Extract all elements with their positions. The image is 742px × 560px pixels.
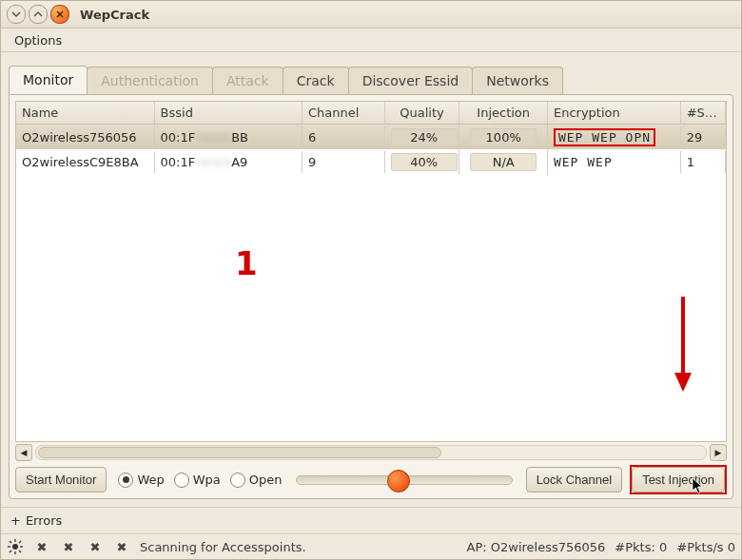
status-x-icon[interactable]: ✖ — [33, 538, 50, 555]
cell-stat: 1 — [681, 151, 726, 173]
scroll-left-button[interactable]: ◀ — [15, 444, 32, 461]
tab-monitor[interactable]: Monitor — [9, 66, 88, 94]
close-button[interactable] — [50, 5, 69, 24]
errors-label: Errors — [26, 513, 62, 528]
tab-networks[interactable]: Networks — [472, 67, 563, 94]
svg-point-2 — [12, 544, 18, 550]
status-scanning-text: Scanning for Accesspoints. — [140, 540, 306, 554]
slider-thumb[interactable] — [387, 470, 410, 492]
status-pkts-per-sec: #Pkts/s 0 — [676, 540, 735, 554]
cell-name: O2wireless756056 — [16, 126, 155, 148]
cell-bssid: 00:1F··:··:··:BB — [155, 126, 303, 148]
svg-line-8 — [19, 550, 21, 552]
radio-wpa[interactable]: Wpa — [174, 473, 221, 488]
titlebar: WepCrack — [1, 1, 741, 29]
cell-stat: 29 — [681, 126, 726, 148]
app-window: WepCrack Options Monitor Authentication … — [0, 0, 742, 560]
test-injection-button[interactable]: Test Injection — [632, 467, 725, 492]
start-monitor-button[interactable]: Start Monitor — [15, 467, 107, 492]
cell-channel: 9 — [303, 151, 385, 173]
cell-injection: N/A — [459, 149, 548, 175]
window-title: WepCrack — [80, 8, 149, 22]
channel-slider[interactable] — [296, 475, 513, 485]
col-header-quality[interactable]: Quality — [385, 102, 460, 124]
col-header-stat[interactable]: #Stat — [681, 102, 726, 124]
col-header-encryption[interactable]: Encryption — [548, 102, 681, 124]
col-header-bssid[interactable]: Bssid — [155, 102, 303, 124]
encryption-filter-radio-group: Wep Wpa Open — [118, 473, 282, 488]
statusbar: ✖ ✖ ✖ ✖ Scanning for Accesspoints. AP: O… — [1, 533, 741, 559]
table-row[interactable]: O2wirelessC9E8BA 00:1F··:··:··:A9 9 40% … — [16, 149, 726, 174]
status-ap: AP: O2wireless756056 — [466, 540, 605, 554]
tabbar: Monitor Authentication Attack Crack Disc… — [1, 52, 741, 94]
close-icon — [55, 10, 65, 19]
tab-crack[interactable]: Crack — [283, 67, 349, 94]
cell-encryption: WEP WEP OPN — [548, 126, 681, 148]
activity-icon[interactable] — [7, 538, 24, 555]
annotation-highlight-test-injection: Test Injection — [630, 465, 727, 494]
tab-discover-essid[interactable]: Discover Essid — [348, 67, 474, 94]
minimize-button[interactable] — [7, 5, 26, 24]
table-header: Name Bssid Channel Quality Injection Enc… — [16, 102, 726, 125]
cell-quality: 24% — [385, 125, 460, 150]
horizontal-scrollbar[interactable]: ◀ ▶ — [15, 444, 727, 461]
tab-content-monitor: Name Bssid Channel Quality Injection Enc… — [9, 94, 733, 499]
svg-line-7 — [10, 541, 11, 543]
tab-authentication[interactable]: Authentication — [87, 67, 213, 94]
monitor-toolbar: Start Monitor Wep Wpa Open Lock Channel … — [15, 465, 727, 494]
network-table: Name Bssid Channel Quality Injection Enc… — [15, 101, 727, 442]
status-pkts: #Pkts: 0 — [615, 540, 667, 554]
chevron-up-icon — [33, 10, 43, 19]
radio-wep[interactable]: Wep — [118, 473, 164, 488]
scroll-thumb[interactable] — [38, 447, 441, 458]
cell-quality: 40% — [385, 149, 460, 175]
cell-name: O2wirelessC9E8BA — [16, 151, 155, 173]
table-body: O2wireless756056 00:1F··:··:··:BB 6 24% … — [16, 125, 726, 441]
cell-channel: 6 — [303, 126, 385, 148]
radio-dot-icon — [174, 473, 189, 488]
col-header-channel[interactable]: Channel — [303, 102, 385, 124]
scroll-right-button[interactable]: ▶ — [710, 444, 727, 461]
scroll-track[interactable] — [35, 445, 707, 460]
errors-expander[interactable]: + Errors — [1, 507, 741, 533]
status-x-icon[interactable]: ✖ — [60, 538, 77, 555]
status-x-icon[interactable]: ✖ — [113, 538, 130, 555]
cell-injection: 100% — [459, 125, 548, 150]
status-x-icon[interactable]: ✖ — [87, 538, 104, 555]
maximize-button[interactable] — [29, 5, 48, 24]
radio-open[interactable]: Open — [230, 473, 283, 488]
cell-encryption: WEP WEP — [548, 151, 681, 173]
col-header-name[interactable]: Name — [16, 102, 155, 124]
chevron-down-icon — [11, 10, 21, 19]
cell-bssid: 00:1F··:··:··:A9 — [155, 151, 303, 173]
menu-options[interactable]: Options — [7, 30, 69, 50]
tab-attack[interactable]: Attack — [212, 67, 283, 94]
expand-plus-icon: + — [10, 513, 21, 528]
col-header-injection[interactable]: Injection — [459, 102, 548, 124]
radio-dot-icon — [230, 473, 245, 488]
table-row[interactable]: O2wireless756056 00:1F··:··:··:BB 6 24% … — [16, 125, 726, 149]
menubar: Options — [1, 29, 741, 52]
svg-line-9 — [19, 541, 21, 543]
radio-dot-icon — [118, 473, 133, 488]
svg-line-10 — [10, 550, 11, 552]
lock-channel-button[interactable]: Lock Channel — [526, 467, 623, 492]
